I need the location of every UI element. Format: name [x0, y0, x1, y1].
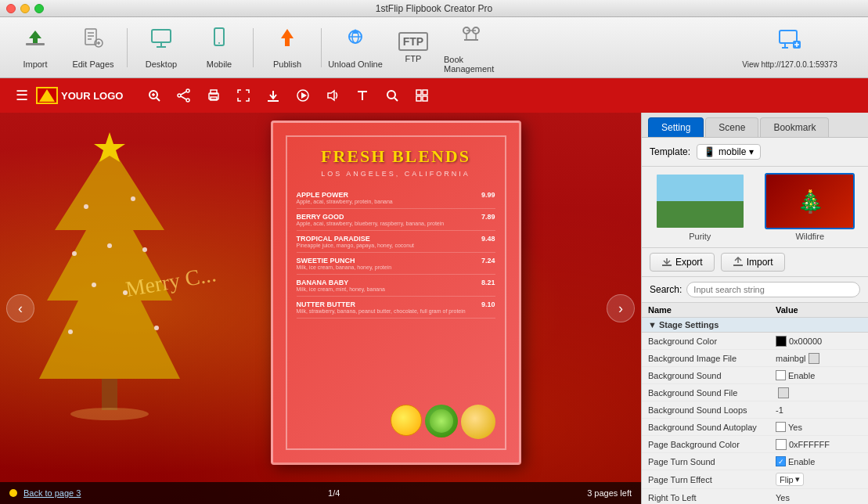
svg-rect-53	[423, 90, 427, 95]
page-info: 1/4	[87, 488, 581, 498]
bg-sound-value[interactable]: Enable	[776, 370, 862, 380]
svg-point-62	[92, 283, 96, 287]
traffic-lights[interactable]	[6, 4, 44, 13]
hamburger-button[interactable]: ☰	[9, 84, 34, 107]
tab-setting[interactable]: Setting	[648, 117, 704, 137]
bg-sound-loops-row: Background Sound Loops -1	[642, 401, 868, 419]
publish-label: Publish	[273, 59, 301, 69]
unload-online-button[interactable]: Unload Online	[328, 20, 383, 75]
minimize-button[interactable]	[20, 4, 30, 13]
panel-tabs: Setting Scene Bookmark	[642, 113, 868, 138]
publish-button[interactable]: Publish	[260, 20, 315, 75]
next-page-button[interactable]: ›	[607, 294, 635, 322]
edit-pages-button[interactable]: Edit Pages	[66, 20, 121, 75]
template-row: Template: 📱 mobile ▾	[642, 138, 868, 167]
import-button[interactable]: Import	[8, 20, 63, 75]
book-management-button[interactable]: Book Management	[444, 20, 499, 75]
page-turn-sound-value[interactable]: ✓ Enable	[776, 456, 862, 466]
audio-button[interactable]	[319, 81, 347, 110]
view-url-button[interactable]: View http://127.0.0.1:59373	[719, 20, 860, 75]
tab-scene[interactable]: Scene	[705, 117, 758, 137]
bg-sound-autoplay-row: Background Sound Autoplay Yes	[642, 419, 868, 436]
bg-color-row: Background Color 0x00000	[642, 333, 868, 350]
bg-color-name: Background Color	[648, 337, 776, 346]
svg-point-13	[218, 42, 220, 44]
status-bar: Back to page 3 1/4 3 pages left	[0, 482, 641, 504]
bg-sound-autoplay-checkbox[interactable]	[776, 422, 786, 432]
svg-point-36	[186, 89, 189, 92]
svg-rect-67	[102, 379, 117, 410]
play-button[interactable]	[289, 81, 317, 110]
right-to-left-value: Yes	[776, 493, 862, 502]
page-turn-effect-dropdown[interactable]: Flip ▾	[776, 473, 804, 486]
mobile-button[interactable]: Mobile	[192, 20, 247, 75]
bg-sound-loops-value: -1	[776, 405, 862, 415]
tab-bookmark[interactable]: Bookmark	[760, 117, 829, 137]
progress-dot	[9, 489, 17, 497]
ftp-button[interactable]: FTP FTP	[386, 20, 441, 75]
prev-page-button[interactable]: ‹	[6, 294, 34, 322]
page-bg-color-value[interactable]: 0xFFFFFF	[776, 439, 862, 450]
mobile-icon	[207, 26, 232, 56]
bg-sound-checkbox[interactable]	[776, 370, 786, 380]
thumb-wildfire[interactable]: 🎄 Wildfire	[758, 173, 863, 241]
svg-rect-42	[211, 97, 217, 100]
close-button[interactable]	[6, 4, 16, 13]
bg-image-name: Background Image File	[648, 354, 776, 363]
bg-sound-autoplay-name: Background Sound Autoplay	[648, 423, 776, 432]
template-select[interactable]: 📱 mobile ▾	[697, 144, 761, 160]
svg-rect-52	[416, 90, 421, 95]
svg-rect-54	[416, 96, 421, 101]
view-url-icon	[777, 27, 802, 57]
print-button[interactable]	[200, 81, 228, 110]
publish-icon	[275, 26, 300, 56]
bg-image-row: Background Image File mainbgl	[642, 350, 868, 367]
download-button[interactable]	[259, 81, 287, 110]
search-canvas-button[interactable]	[378, 81, 406, 110]
svg-point-65	[154, 326, 159, 330]
thumb-purity[interactable]: Purity	[648, 173, 752, 241]
text-button[interactable]	[348, 81, 376, 110]
page-turn-effect-chevron: ▾	[795, 474, 800, 484]
import-btn[interactable]: Import	[721, 253, 785, 272]
desktop-icon	[149, 26, 174, 56]
fullscreen-button[interactable]	[229, 81, 258, 110]
book-subtitle: LOS ANGELES, CALIFORNIA	[297, 170, 495, 178]
bg-color-swatch	[776, 336, 787, 347]
ftp-icon: FTP	[398, 32, 428, 51]
props-header: Name Value	[642, 303, 868, 318]
svg-rect-55	[423, 96, 427, 101]
grid-button[interactable]	[408, 81, 436, 110]
zoom-button[interactable]	[140, 81, 168, 110]
page-turn-sound-checkbox[interactable]: ✓	[776, 456, 786, 466]
page-turn-sound-name: Page Turn Sound	[648, 457, 776, 466]
bg-sound-autoplay-value[interactable]: Yes	[776, 422, 862, 432]
bg-sound-name: Background Sound	[648, 371, 776, 380]
bg-sound-file-value[interactable]	[776, 387, 862, 398]
canvas-toolbar: ☰ YOUR LOGO	[0, 78, 868, 113]
stage-settings-label: ▼ Stage Settings	[648, 320, 719, 329]
share-button[interactable]	[170, 81, 198, 110]
import-label: Import	[23, 59, 47, 69]
back-to-page-label[interactable]: Back to page 3	[23, 488, 81, 498]
menu-item: BANANA BABY Milk, ice cream, mint, honey…	[297, 275, 495, 297]
svg-line-33	[157, 98, 160, 101]
export-button[interactable]: Export	[650, 253, 715, 272]
page-turn-sound-row: Page Turn Sound ✓ Enable	[642, 453, 868, 470]
bg-sound-loops-name: Background Sound Loops	[648, 405, 776, 415]
menu-item: SWEETIE PUNCH Milk, ice cream, banana, h…	[297, 253, 495, 275]
menu-item: APPLE POWER Apple, acai, strawberry, pro…	[297, 187, 495, 209]
book-management-label: Book Management	[444, 55, 499, 74]
svg-marker-56	[39, 144, 180, 379]
desktop-button[interactable]: Desktop	[134, 20, 189, 75]
thumb-wildfire-label: Wildfire	[795, 232, 824, 241]
import-panel-label: Import	[747, 257, 773, 268]
page-turn-effect-value[interactable]: Flip ▾	[776, 473, 862, 486]
maximize-button[interactable]	[34, 4, 44, 13]
bg-color-value[interactable]: 0x00000	[776, 336, 862, 347]
search-input[interactable]	[686, 282, 860, 297]
export-label: Export	[675, 257, 703, 268]
svg-rect-0	[26, 43, 45, 45]
bg-image-value[interactable]: mainbgl	[776, 353, 862, 364]
svg-point-61	[142, 247, 147, 252]
